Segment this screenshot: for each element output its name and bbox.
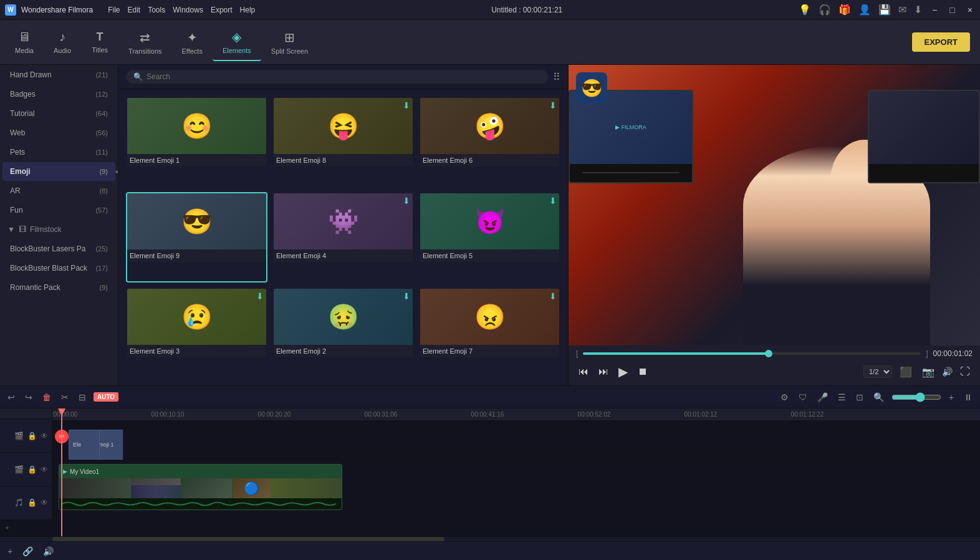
redo-button[interactable]: ↪ bbox=[22, 390, 35, 405]
media-button[interactable]: 🖥 Media bbox=[5, 24, 44, 61]
sidebar-item-romantic-pack[interactable]: Romantic Pack (9) bbox=[2, 278, 115, 297]
effects-button[interactable]: ✦ Effects bbox=[172, 24, 213, 61]
grid-item-emoji4[interactable]: ⬇ 👾 Element Emoji 4 bbox=[272, 192, 414, 282]
split-screen-icon: ⊞ bbox=[284, 30, 295, 45]
fullscreen-button[interactable]: ⛶ bbox=[958, 364, 973, 380]
mic-icon[interactable]: 🎤 bbox=[815, 390, 830, 405]
media-icon: 🖥 bbox=[18, 30, 31, 44]
grid-options-icon[interactable]: ⠿ bbox=[553, 71, 560, 83]
preview-controls: [ ] 00:00:01:02 ⏮ ⏭ ▶ ⏹ 1/2 1/1 1/4 bbox=[569, 345, 980, 385]
zoom-slider[interactable] bbox=[891, 392, 941, 402]
quality-select[interactable]: 1/2 1/1 1/4 bbox=[863, 365, 892, 378]
scrollbar-thumb[interactable] bbox=[52, 537, 444, 541]
track1-lock-icon[interactable]: 🔒 bbox=[27, 432, 37, 440]
progress-bar[interactable] bbox=[583, 352, 921, 355]
titlebar-icon-download[interactable]: ⬇ bbox=[914, 4, 922, 16]
grid-item-emoji5[interactable]: ⬇ 😈 Element Emoji 5 bbox=[419, 192, 560, 282]
grid-item-emoji1[interactable]: 😊 Element Emoji 1 bbox=[126, 97, 267, 187]
transitions-button[interactable]: ⇄ Transitions bbox=[118, 24, 171, 61]
grid-item-emoji6[interactable]: ⬇ 🤪 Element Emoji 6 bbox=[419, 97, 560, 187]
screen-button[interactable]: ⬛ bbox=[897, 364, 915, 380]
sidebar-count-pets: (11) bbox=[95, 148, 108, 156]
volume-footer-icon[interactable]: 🔊 bbox=[41, 544, 56, 559]
delete-button[interactable]: 🗑 bbox=[40, 390, 54, 405]
video-clip[interactable]: ▶ My Video1 🔵 bbox=[59, 464, 342, 510]
search-box[interactable]: 🔍 bbox=[126, 70, 548, 84]
play-button[interactable]: ▶ bbox=[616, 362, 630, 382]
menu-edit[interactable]: Edit bbox=[128, 6, 141, 14]
crop2-icon[interactable]: ⊡ bbox=[853, 390, 866, 405]
audio-button[interactable]: ♪ Audio bbox=[44, 24, 81, 61]
sidebar-item-emoji[interactable]: Emoji (9) ◀ bbox=[2, 162, 115, 181]
sidebar-item-ar[interactable]: AR (8) bbox=[2, 181, 115, 200]
grid-item-emoji3[interactable]: ⬇ 😢 Element Emoji 3 bbox=[126, 287, 267, 378]
crop-button[interactable]: ⊟ bbox=[76, 390, 89, 405]
settings-icon[interactable]: ⚙ bbox=[778, 390, 791, 405]
menu-tools[interactable]: Tools bbox=[148, 6, 165, 14]
sidebar-item-web[interactable]: Web (56) bbox=[2, 123, 115, 142]
sidebar-item-blockbuster-lasers[interactable]: BlockBuster Lasers Pa (25) bbox=[2, 239, 115, 258]
pause-timeline-icon[interactable]: ⏸ bbox=[961, 390, 975, 405]
frame-back-button[interactable]: ⏭ bbox=[596, 364, 611, 380]
content-grid: 😊 Element Emoji 1 ⬇ 😝 Element Emoji 8 ⬇ … bbox=[118, 89, 568, 385]
playhead[interactable] bbox=[61, 408, 62, 536]
add-track-button[interactable]: + bbox=[0, 520, 52, 536]
sidebar-item-pets[interactable]: Pets (11) bbox=[2, 143, 115, 162]
menu-windows[interactable]: Windows bbox=[173, 6, 203, 14]
elements-button[interactable]: ◈ Elements bbox=[213, 24, 261, 61]
track2-eye-icon[interactable]: 👁 bbox=[41, 465, 48, 474]
undo-button[interactable]: ↩ bbox=[5, 390, 17, 405]
titles-icon: T bbox=[97, 31, 103, 44]
sidebar-item-badges[interactable]: Badges (12) bbox=[2, 85, 115, 104]
grid-item-emoji9[interactable]: 😎 Element Emoji 9 bbox=[126, 192, 267, 282]
timeline-scrollbar[interactable] bbox=[0, 536, 980, 541]
close-button[interactable]: × bbox=[965, 5, 975, 15]
video-clip-label: My Video1 bbox=[70, 468, 99, 475]
split-screen-button[interactable]: ⊞ Split Screen bbox=[261, 24, 318, 61]
track1-eye-icon[interactable]: 👁 bbox=[41, 432, 48, 440]
filmstock-section-header[interactable]: ▼ 🎞 Filmstock bbox=[0, 220, 118, 239]
progress-thumb[interactable] bbox=[765, 350, 772, 357]
minimize-button[interactable]: − bbox=[930, 5, 939, 15]
shield-icon[interactable]: 🛡 bbox=[796, 390, 810, 405]
track3-lock-icon[interactable]: 🔒 bbox=[27, 498, 37, 507]
list-icon[interactable]: ☰ bbox=[835, 390, 848, 405]
titlebar-icon-headset[interactable]: 🎧 bbox=[819, 4, 831, 16]
menu-file[interactable]: File bbox=[108, 6, 120, 14]
track2-lock-icon[interactable]: 🔒 bbox=[27, 465, 37, 474]
maximize-button[interactable]: □ bbox=[947, 5, 957, 15]
menu-export[interactable]: Export bbox=[211, 6, 233, 14]
sidebar-item-blockbuster-blast[interactable]: BlockBuster Blast Pack (17) bbox=[2, 259, 115, 278]
link-icon[interactable]: 🔗 bbox=[20, 544, 36, 559]
track3-controls: 🎵 🔒 👁 bbox=[0, 486, 52, 520]
sidebar-item-tutorial[interactable]: Tutorial (64) bbox=[2, 104, 115, 123]
zoom-plus-icon[interactable]: + bbox=[946, 390, 956, 405]
skip-back-button[interactable]: ⏮ bbox=[576, 364, 591, 380]
add-media-icon[interactable]: + bbox=[5, 544, 15, 559]
grid-item-emoji8[interactable]: ⬇ 😝 Element Emoji 8 bbox=[272, 97, 414, 187]
titlebar-icon-save[interactable]: 💾 bbox=[878, 4, 891, 16]
export-button[interactable]: EXPORT bbox=[912, 32, 970, 52]
titlebar-icon-gift[interactable]: 🎁 bbox=[838, 4, 851, 16]
sidebar-item-fun[interactable]: Fun (57) bbox=[2, 201, 115, 220]
audio-icon: ♪ bbox=[59, 30, 65, 44]
video-frame-2 bbox=[182, 478, 232, 498]
zoom-minus-icon[interactable]: 🔍 bbox=[871, 390, 886, 405]
snapshot-button[interactable]: 📷 bbox=[920, 364, 937, 380]
titlebar-icon-lightbulb[interactable]: 💡 bbox=[799, 4, 811, 16]
grid-item-emoji2[interactable]: ⬇ 🤢 Element Emoji 2 bbox=[272, 287, 414, 378]
titlebar-icon-mail[interactable]: ✉ bbox=[898, 4, 906, 16]
emoji-clip-5[interactable]: Ele bbox=[69, 430, 100, 460]
waveform-svg bbox=[62, 500, 336, 508]
sidebar-item-hand-drawn[interactable]: Hand Drawn (21) bbox=[2, 65, 115, 84]
transitions-label: Transitions bbox=[128, 47, 161, 55]
track3-eye-icon[interactable]: 👁 bbox=[41, 498, 48, 507]
cut-button[interactable]: ✂ bbox=[59, 390, 71, 405]
grid-item-emoji7[interactable]: ⬇ 😠 Element Emoji 7 bbox=[419, 287, 560, 378]
search-input[interactable] bbox=[147, 72, 540, 81]
menu-help[interactable]: Help bbox=[240, 6, 256, 14]
titles-button[interactable]: T Titles bbox=[81, 24, 118, 61]
titlebar-icon-user[interactable]: 👤 bbox=[858, 4, 871, 16]
sidebar-label-badges: Badges bbox=[10, 90, 36, 99]
stop-button[interactable]: ⏹ bbox=[635, 364, 650, 380]
